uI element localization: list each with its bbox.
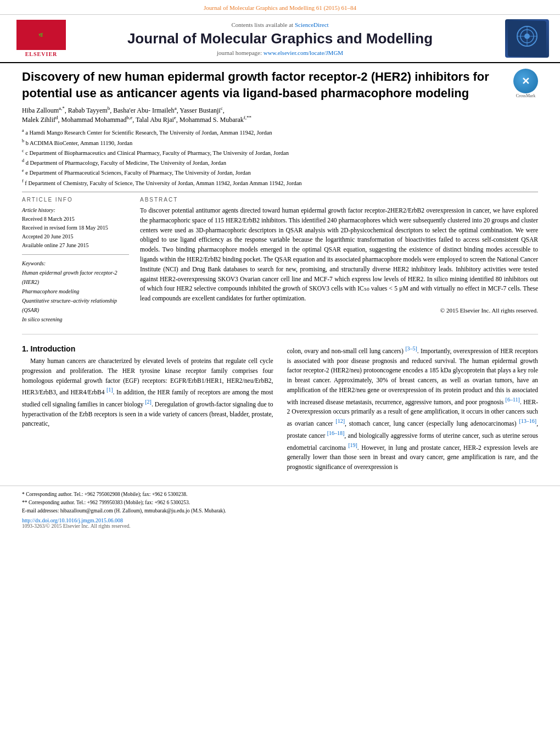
ref-19[interactable]: [19] [348, 442, 357, 448]
copyright: © 2015 Elsevier Inc. All rights reserved… [140, 306, 538, 315]
article-content: Discovery of new human epidermal growth … [0, 63, 560, 330]
crossmark[interactable]: ✕ CrossMark [513, 69, 538, 98]
intro-para-2: colon, ovary and non-small cell lung can… [287, 344, 539, 472]
article-header: Discovery of new human epidermal growth … [22, 69, 538, 101]
article-title: Discovery of new human epidermal growth … [22, 69, 505, 101]
header-center: Contents lists available at ScienceDirec… [71, 21, 489, 56]
ref-16-18[interactable]: [16–18] [327, 430, 345, 436]
elsevier-logo-box: 🌿 [16, 20, 66, 50]
article-history: Article history: Received 8 March 2015 R… [22, 206, 129, 250]
abstract-text: To discover potential antitumor agents d… [140, 206, 538, 315]
ref-12[interactable]: [12] [335, 418, 345, 424]
journal-citation: Journal of Molecular Graphics and Modell… [204, 4, 356, 11]
header-left: 🌿 ELSEVIER [11, 20, 71, 57]
homepage-link[interactable]: www.elsevier.com/locate/JMGM [264, 49, 343, 56]
article-info-col: ARTICLE INFO Article history: Received 8… [22, 197, 129, 324]
journal-icon [505, 19, 549, 58]
body-divider [22, 334, 538, 334]
keyword-1: Human epidermal growth factor receptor-2… [22, 268, 129, 287]
history-label: Article history: [22, 206, 129, 215]
affiliation-a: a a Hamdi Mango Research Center for Scie… [22, 127, 538, 137]
article-divider [22, 192, 538, 192]
body-two-col: 1. Introduction Many human cancers are c… [22, 344, 538, 475]
body-left-col: 1. Introduction Many human cancers are c… [22, 344, 273, 475]
footer-section: * Corresponding author. Tel.: +962 79500… [0, 486, 560, 534]
affiliation-e: e e Department of Pharmaceutical Science… [22, 168, 538, 177]
keywords-section: Keywords: Human epidermal growth factor … [22, 259, 129, 324]
article-info-abstract: ARTICLE INFO Article history: Received 8… [22, 197, 538, 324]
body-content: 1. Introduction Many human cancers are c… [0, 339, 560, 480]
ref-3-5[interactable]: [3–5] [405, 345, 417, 352]
available-date: Available online 27 June 2015 [22, 241, 129, 250]
footer-issn: 1093-3263/© 2015 Elsevier Inc. All right… [22, 523, 538, 529]
affiliation-b: b b ACDIMA BioCenter, Amman 11190, Jorda… [22, 138, 538, 147]
keyword-list: Human epidermal growth factor receptor-2… [22, 268, 129, 324]
sciencedirect-link[interactable]: ScienceDirect [295, 21, 329, 28]
crossmark-badge[interactable]: ✕ [513, 69, 538, 93]
elsevier-text: ELSEVIER [25, 51, 58, 57]
ref-6-11[interactable]: [6–11] [506, 397, 520, 403]
journal-homepage: journal homepage: www.elsevier.com/locat… [71, 49, 489, 56]
svg-text:🌿: 🌿 [38, 32, 44, 37]
header-right [489, 19, 549, 58]
keywords-label: Keywords: [22, 259, 129, 268]
email-addresses: E-mail addresses: hibazalloum@gmail.com … [22, 507, 538, 515]
crossmark-label: CrossMark [513, 93, 538, 98]
received-date: Received 8 March 2015 [22, 215, 129, 224]
top-bar: Journal of Molecular Graphics and Modell… [0, 0, 560, 15]
footer-notes: * Corresponding author. Tel.: +962 79500… [22, 490, 538, 516]
keyword-4: In silico screening [22, 315, 129, 324]
author-list: Hiba Zallouma,*, Rabab Tayyemb, Basha'er… [22, 107, 251, 124]
affiliation-c: c c Department of Biopharmaceutics and C… [22, 148, 538, 157]
contents-line: Contents lists available at ScienceDirec… [71, 21, 489, 28]
intro-paragraph-left: Many human cancers are characterized by … [22, 356, 273, 429]
keyword-2: Pharmacophore modeling [22, 287, 129, 296]
affiliations: a a Hamdi Mango Research Center for Scie… [22, 127, 538, 187]
ref-2[interactable]: [2] [145, 399, 152, 405]
article-info-heading: ARTICLE INFO [22, 197, 129, 203]
intro-paragraph-right: colon, ovary and non-small cell lung can… [287, 344, 539, 472]
left-col-divider [22, 254, 129, 255]
abstract-col: ABSTRACT To discover potential antitumor… [140, 197, 538, 324]
section-heading-intro: 1. Introduction [22, 344, 273, 353]
affiliation-f: f f Department of Chemistry, Faculty of … [22, 178, 538, 187]
header-section: 🌿 ELSEVIER Contents lists available at S… [0, 15, 560, 63]
ref-1[interactable]: [1] [107, 387, 113, 393]
elsevier-logo: 🌿 ELSEVIER [11, 20, 71, 57]
body-right-col: colon, ovary and non-small cell lung can… [287, 344, 539, 475]
affiliation-d: d d Department of Pharmacology, Faculty … [22, 158, 538, 167]
intro-para-1: Many human cancers are characterized by … [22, 356, 273, 429]
journal-title: Journal of Molecular Graphics and Modell… [71, 30, 489, 47]
corresponding-2: ** Corresponding author. Tel.: +962 7999… [22, 499, 538, 507]
received-revised-date: Received in revised form 18 May 2015 [22, 224, 129, 232]
page: Journal of Molecular Graphics and Modell… [0, 0, 560, 742]
corresponding-1: * Corresponding author. Tel.: +962 79500… [22, 490, 538, 499]
footer-doi[interactable]: http://dx.doi.org/10.1016/j.jmgm.2015.06… [22, 517, 538, 523]
abstract-heading: ABSTRACT [140, 197, 538, 203]
keyword-3: Quantitative structure–activity relation… [22, 296, 129, 315]
accepted-date: Accepted 20 June 2015 [22, 232, 129, 241]
ref-13-16[interactable]: [13–16] [519, 418, 536, 424]
authors: Hiba Zallouma,*, Rabab Tayyemb, Basha'er… [22, 105, 538, 124]
